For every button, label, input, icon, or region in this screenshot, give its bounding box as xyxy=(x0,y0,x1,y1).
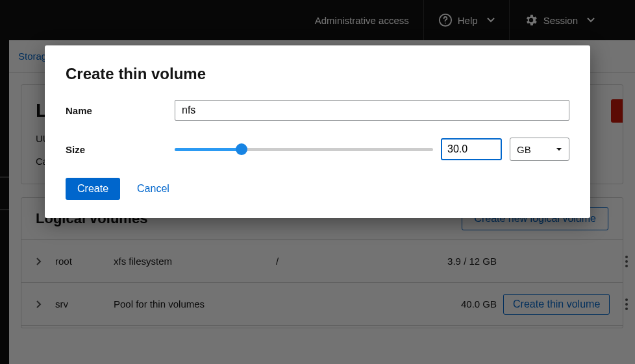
cancel-button[interactable]: Cancel xyxy=(137,183,169,195)
name-input[interactable] xyxy=(175,100,569,121)
name-label: Name xyxy=(66,105,175,116)
chevron-down-icon xyxy=(556,147,562,152)
size-label: Size xyxy=(66,144,175,155)
create-thin-volume-modal: Create thin volume Name Size GB xyxy=(45,45,590,218)
modal-overlay: Create thin volume Name Size GB xyxy=(0,0,635,364)
slider-thumb[interactable] xyxy=(236,143,247,155)
size-unit-select[interactable]: GB xyxy=(510,138,569,161)
size-unit-value: GB xyxy=(517,144,531,155)
size-row: Size GB xyxy=(66,138,569,161)
size-slider[interactable] xyxy=(175,143,433,155)
size-input[interactable] xyxy=(441,138,502,160)
modal-actions: Create Cancel xyxy=(66,178,569,200)
name-row: Name xyxy=(66,100,569,121)
create-button[interactable]: Create xyxy=(66,178,120,200)
modal-title: Create thin volume xyxy=(66,65,569,83)
